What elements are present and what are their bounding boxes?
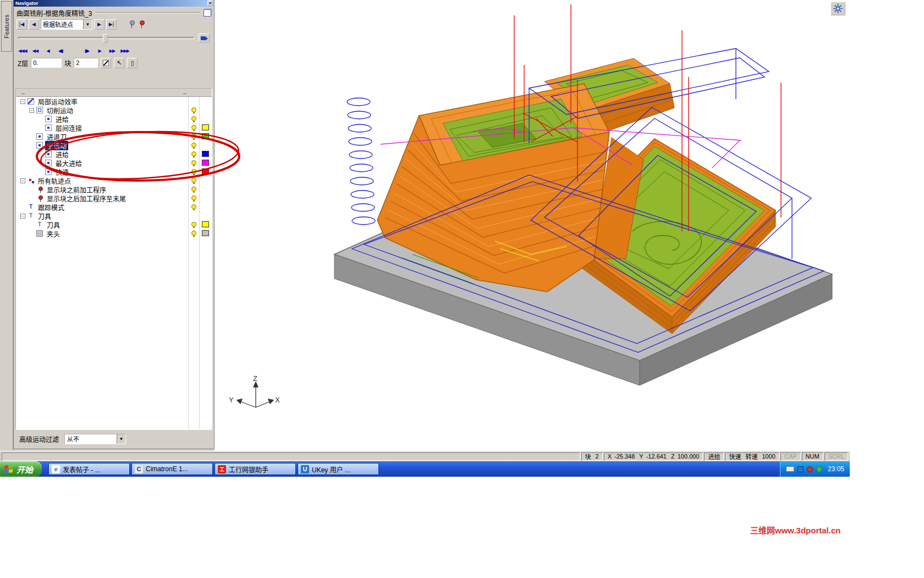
view-orientation-button[interactable]: [831, 2, 845, 15]
progress-slider[interactable]: [18, 37, 194, 39]
vcr-button[interactable]: ◀◀: [29, 46, 41, 55]
tree-item-14[interactable]: 刀具: [16, 220, 212, 229]
playback-mode-value: 根据轨迹点: [41, 20, 83, 29]
tree-item-1[interactable]: -切削运动: [16, 106, 212, 114]
features-tab[interactable]: Features: [1, 1, 12, 52]
vcr-button[interactable]: ▶▶: [106, 46, 118, 55]
prev-button[interactable]: ◀: [29, 19, 39, 30]
tree-item-5[interactable]: 空运动: [16, 141, 212, 150]
taskbar-task-2[interactable]: 工行网银助手: [215, 463, 296, 475]
tree-item-label: 所有轨迹点: [36, 176, 73, 186]
tree-item-label: 快速: [54, 167, 70, 177]
tool-icon: [36, 221, 43, 228]
tree-item-2[interactable]: 进给: [16, 114, 212, 123]
first-button[interactable]: |◀: [16, 19, 27, 30]
color-swatch[interactable]: [202, 221, 209, 227]
tray-app-icon[interactable]: [816, 466, 822, 472]
slash-icon: [103, 60, 109, 66]
axis-z-label: Z: [253, 374, 257, 383]
visibility-bulb-icon[interactable]: [191, 169, 196, 174]
visibility-bulb-icon[interactable]: [191, 222, 196, 227]
z-level-input[interactable]: [31, 58, 62, 68]
chevron-down-icon[interactable]: ▼: [117, 434, 125, 444]
visibility-bulb-icon[interactable]: [191, 116, 196, 121]
tree-item-10[interactable]: 显示块之前加工程序: [16, 185, 212, 194]
slider-thumb[interactable]: [103, 34, 108, 43]
start-button[interactable]: 开始: [0, 461, 42, 477]
status-num: NUM: [802, 452, 823, 461]
visibility-bulb-icon[interactable]: [191, 231, 196, 236]
visibility-bulb-icon[interactable]: [191, 134, 196, 139]
vcr-button[interactable]: ▶: [94, 46, 106, 55]
vcr-button[interactable]: ▶▶▶: [119, 46, 131, 55]
tray-app-icon[interactable]: [798, 466, 804, 472]
tree-item-12[interactable]: 跟踪模式: [16, 203, 212, 211]
pick-cursor-button[interactable]: ↖: [114, 58, 124, 68]
playback-mode-select[interactable]: 根据轨迹点 ▼: [41, 19, 92, 30]
scroll-right-icon[interactable]: →: [182, 89, 188, 96]
close-icon[interactable]: ×: [207, 1, 213, 6]
color-swatch[interactable]: [202, 133, 209, 139]
visibility-bulb-icon[interactable]: [191, 187, 196, 192]
tree-item-3[interactable]: 层间连接: [16, 123, 212, 132]
clipboard-button[interactable]: ▯: [127, 58, 138, 68]
color-swatch[interactable]: [202, 151, 209, 157]
vcr-button[interactable]: ◀▮: [54, 46, 67, 55]
expander-icon[interactable]: -: [20, 214, 25, 219]
points-icon: [28, 177, 34, 184]
tree-item-4[interactable]: 进退刀: [16, 132, 212, 141]
expander-icon[interactable]: -: [29, 108, 34, 113]
tray-app-icon[interactable]: [807, 466, 813, 472]
visibility-bulb-icon[interactable]: [191, 143, 196, 148]
marker-start-icon[interactable]: [128, 20, 136, 29]
features-dock: Features: [0, 0, 13, 461]
visibility-bulb-icon[interactable]: [191, 107, 196, 112]
navigator-titlebar[interactable]: Navigator ×: [14, 0, 214, 7]
color-swatch[interactable]: [202, 168, 209, 175]
play-button[interactable]: ▶: [94, 19, 105, 30]
visibility-bulb-icon[interactable]: [191, 151, 196, 156]
scroll-left-icon[interactable]: ←: [20, 89, 26, 96]
copy-icon[interactable]: [204, 9, 211, 17]
tree-item-label: 显示块之后加工程序至末尾: [45, 194, 128, 203]
advanced-filter-select[interactable]: 从不 ▼: [64, 434, 126, 444]
vcr-button[interactable]: ◀: [42, 46, 54, 55]
chevron-down-icon[interactable]: ▼: [83, 20, 92, 29]
keyboard-icon[interactable]: [786, 466, 794, 472]
expander-icon[interactable]: -: [20, 99, 25, 104]
color-swatch[interactable]: [202, 160, 209, 166]
color-swatch[interactable]: [202, 124, 209, 130]
color-swatch[interactable]: [202, 230, 209, 236]
tree-item-15[interactable]: 夹头: [16, 229, 212, 238]
tree-item-8[interactable]: 快速: [16, 167, 212, 176]
tree-item-6[interactable]: 进给: [16, 150, 212, 159]
status-coordinates: X-25.348 Y-12.641 Z100.000: [604, 452, 703, 461]
tree-item-7[interactable]: 最大进给: [16, 159, 212, 167]
visibility-bulb-icon[interactable]: [191, 195, 196, 200]
expander-icon[interactable]: -: [20, 178, 25, 183]
visibility-bulb-icon[interactable]: [191, 178, 196, 183]
skip-button[interactable]: [101, 58, 111, 68]
taskbar-task-3[interactable]: UKey 用户 ...: [298, 463, 379, 475]
taskbar-task-1[interactable]: CimatronE 1...: [131, 463, 213, 475]
task-label: 工行网银助手: [229, 465, 268, 474]
tree-item-0[interactable]: -局部运动效率: [16, 97, 212, 106]
pin-i-icon: [36, 186, 43, 193]
vcr-button[interactable]: ▮▶: [81, 46, 93, 55]
features-tab-label: Features: [3, 14, 10, 38]
tree-item-11[interactable]: 显示块之后加工程序至末尾: [16, 194, 212, 203]
marker-end-icon[interactable]: [138, 20, 146, 29]
transport-controls: |◀ ◀ 根据轨迹点 ▼ ▶ ▶|: [14, 18, 214, 31]
tree-item-9[interactable]: -所有轨迹点: [16, 176, 212, 185]
tree-item-13[interactable]: -刀具: [16, 211, 212, 220]
taskbar-clock: 23:05: [828, 465, 844, 473]
viewport-3d[interactable]: Z X Y: [215, 0, 850, 451]
simulation-view-icon[interactable]: [199, 34, 210, 42]
vcr-button[interactable]: ◀◀◀: [16, 46, 29, 55]
last-button[interactable]: ▶|: [106, 19, 117, 30]
visibility-bulb-icon[interactable]: [191, 125, 196, 130]
visibility-bulb-icon[interactable]: [191, 204, 196, 209]
taskbar-task-0[interactable]: 发表帖子 - ...: [48, 463, 130, 475]
visibility-bulb-icon[interactable]: [191, 160, 196, 165]
block-input[interactable]: [74, 58, 98, 68]
